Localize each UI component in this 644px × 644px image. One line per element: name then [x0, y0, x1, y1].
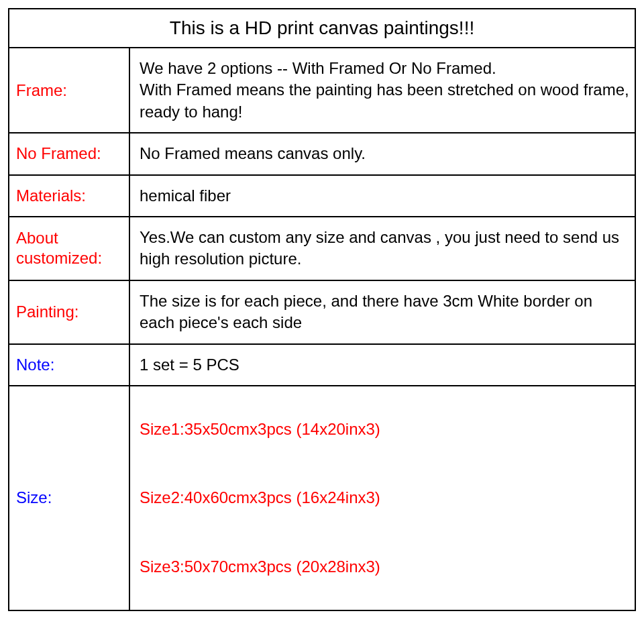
label-painting: Painting:	[9, 281, 130, 343]
value-note: 1 set = 5 PCS	[130, 345, 635, 385]
value-no-framed: No Framed means canvas only.	[130, 133, 635, 174]
label-size: Size:	[9, 386, 130, 610]
value-customized: Yes.We can custom any size and canvas , …	[130, 217, 635, 280]
label-materials: Materials:	[9, 176, 130, 216]
row-no-framed: No Framed: No Framed means canvas only.	[9, 133, 635, 175]
row-note: Note: 1 set = 5 PCS	[9, 345, 635, 386]
row-frame: Frame: We have 2 options -- With Framed …	[9, 48, 635, 133]
value-materials: hemical fiber	[130, 176, 635, 216]
size-option-3: Size3:50x70cmx3pcs (20x28inx3)	[140, 556, 380, 578]
row-painting: Painting: The size is for each piece, an…	[9, 281, 635, 345]
row-materials: Materials: hemical fiber	[9, 176, 635, 217]
value-frame: We have 2 options -- With Framed Or No F…	[130, 48, 635, 132]
value-size: Size1:35x50cmx3pcs (14x20inx3) Size2:40x…	[130, 386, 635, 610]
row-customized: About customized: Yes.We can custom any …	[9, 217, 635, 281]
label-customized: About customized:	[9, 217, 130, 280]
label-frame: Frame:	[9, 48, 130, 132]
size-option-1: Size1:35x50cmx3pcs (14x20inx3)	[140, 419, 380, 440]
product-spec-table: This is a HD print canvas paintings!!! F…	[8, 8, 636, 611]
label-no-framed: No Framed:	[9, 133, 130, 174]
size-option-2: Size2:40x60cmx3pcs (16x24inx3)	[140, 487, 380, 508]
label-note: Note:	[9, 345, 130, 385]
row-size: Size: Size1:35x50cmx3pcs (14x20inx3) Siz…	[9, 386, 635, 610]
value-painting: The size is for each piece, and there ha…	[130, 281, 635, 343]
table-title: This is a HD print canvas paintings!!!	[9, 9, 635, 48]
